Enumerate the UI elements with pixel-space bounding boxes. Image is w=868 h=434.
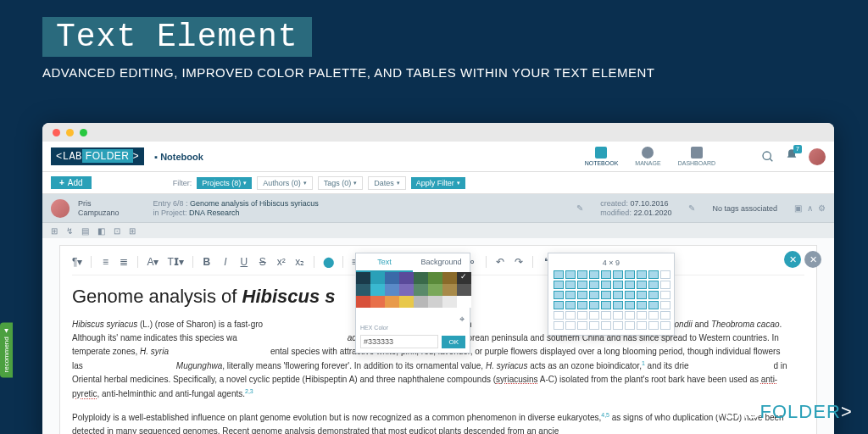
hex-input[interactable] (360, 335, 438, 348)
color-swatch[interactable] (399, 284, 414, 296)
table-cell[interactable] (601, 301, 611, 309)
table-cell[interactable] (648, 281, 659, 289)
table-cell[interactable] (648, 301, 659, 309)
table-cell[interactable] (589, 281, 599, 289)
color-swatch[interactable] (414, 296, 428, 308)
table-cell[interactable] (565, 270, 576, 279)
color-swatch[interactable] (442, 296, 457, 308)
undo-button[interactable]: ↶ (495, 256, 505, 268)
color-swatch[interactable] (370, 284, 385, 296)
confirm-button[interactable]: ✕ (784, 251, 801, 268)
table-cell[interactable] (637, 311, 647, 320)
table-cell[interactable] (577, 291, 587, 299)
color-swatch[interactable] (399, 272, 414, 284)
color-swatch[interactable] (370, 272, 385, 284)
author-avatar[interactable] (51, 199, 70, 218)
table-cell[interactable] (565, 281, 576, 289)
color-swatch[interactable] (428, 272, 442, 284)
add-button[interactable]: Add (51, 176, 92, 189)
table-cell[interactable] (625, 321, 635, 330)
table-cell[interactable] (601, 270, 611, 279)
settings-icon[interactable]: ⚙ (818, 203, 826, 213)
table-cell[interactable] (660, 311, 670, 320)
notifications-button[interactable]: 7 (785, 148, 798, 165)
tool-icon[interactable]: ⊞ (129, 226, 136, 236)
table-cell[interactable] (565, 321, 576, 330)
maximize-window-icon[interactable] (80, 129, 87, 136)
table-cell[interactable] (554, 270, 564, 279)
tab-background-color[interactable]: Background (413, 253, 470, 272)
color-swatch[interactable] (356, 272, 370, 284)
color-swatch[interactable] (414, 284, 428, 296)
table-cell[interactable] (660, 281, 670, 289)
color-swatch[interactable] (399, 296, 414, 308)
table-cell[interactable] (613, 270, 623, 279)
table-cell[interactable] (589, 321, 599, 330)
table-cell[interactable] (660, 301, 670, 309)
table-cell[interactable] (625, 311, 635, 320)
color-swatch[interactable] (385, 284, 399, 296)
table-cell[interactable] (589, 270, 599, 279)
table-cell[interactable] (554, 311, 564, 320)
table-cell[interactable] (648, 291, 659, 299)
table-cell[interactable] (601, 311, 611, 320)
ok-button[interactable]: OK (442, 336, 465, 348)
table-cell[interactable] (637, 321, 647, 330)
redo-button[interactable]: ↷ (514, 256, 524, 268)
color-swatch[interactable] (457, 296, 471, 308)
table-cell[interactable] (625, 270, 635, 279)
color-swatch[interactable] (385, 272, 399, 284)
table-cell[interactable] (565, 311, 576, 320)
table-cell[interactable] (648, 321, 659, 330)
table-cell[interactable] (577, 321, 587, 330)
nav-manage[interactable]: MANAGE (635, 147, 660, 166)
table-cell[interactable] (554, 321, 564, 330)
table-cell[interactable] (637, 301, 647, 309)
color-swatch[interactable] (457, 272, 471, 284)
table-cell[interactable] (660, 270, 670, 279)
italic-button[interactable]: I (220, 256, 231, 268)
color-swatch[interactable] (414, 272, 428, 284)
table-cell[interactable] (637, 281, 647, 289)
color-swatch[interactable] (457, 284, 471, 296)
notebook-label[interactable]: ▪ Notebook (154, 152, 203, 162)
close-window-icon[interactable] (53, 129, 60, 136)
color-swatch[interactable] (442, 272, 457, 284)
table-cell[interactable] (577, 270, 587, 279)
color-swatch[interactable] (370, 296, 385, 308)
table-cell[interactable] (589, 311, 599, 320)
strike-button[interactable]: S (258, 256, 268, 268)
table-cell[interactable] (554, 281, 564, 289)
table-cell[interactable] (554, 301, 564, 309)
underline-button[interactable]: U (239, 256, 249, 268)
app-logo[interactable]: <LABFOLDER> (51, 147, 144, 165)
tool-icon[interactable]: ↯ (66, 226, 73, 236)
paragraph-menu[interactable]: ¶▾ (72, 256, 82, 268)
table-cell[interactable] (613, 281, 623, 289)
filter-projects[interactable]: Projects (8)▾ (197, 177, 252, 189)
cancel-button[interactable]: ✕ (804, 251, 821, 268)
font-size-menu[interactable]: T𝗜▾ (167, 256, 183, 268)
table-cell[interactable] (613, 291, 623, 299)
minimize-window-icon[interactable] (66, 129, 74, 136)
color-swatch[interactable] (356, 284, 370, 296)
table-cell[interactable] (637, 270, 647, 279)
table-cell[interactable] (648, 311, 659, 320)
table-cell[interactable] (554, 291, 564, 299)
edit-tags-icon[interactable]: ✎ (688, 203, 695, 213)
table-cell[interactable] (625, 281, 635, 289)
indent-right-icon[interactable]: ≣ (119, 256, 129, 268)
table-cell[interactable] (660, 321, 670, 330)
table-cell[interactable] (565, 301, 576, 309)
table-cell[interactable] (577, 301, 587, 309)
nav-dashboard[interactable]: DASHBOARD (678, 147, 715, 166)
table-cell[interactable] (625, 291, 635, 299)
nav-notebook[interactable]: NOTEBOOK (585, 147, 619, 166)
font-menu[interactable]: A▾ (147, 256, 159, 268)
table-cell[interactable] (601, 281, 611, 289)
table-cell[interactable] (601, 321, 611, 330)
table-cell[interactable] (613, 301, 623, 309)
comment-icon[interactable]: ▣ (794, 203, 802, 213)
table-cell[interactable] (589, 291, 599, 299)
tool-icon[interactable]: ⊞ (51, 226, 58, 236)
